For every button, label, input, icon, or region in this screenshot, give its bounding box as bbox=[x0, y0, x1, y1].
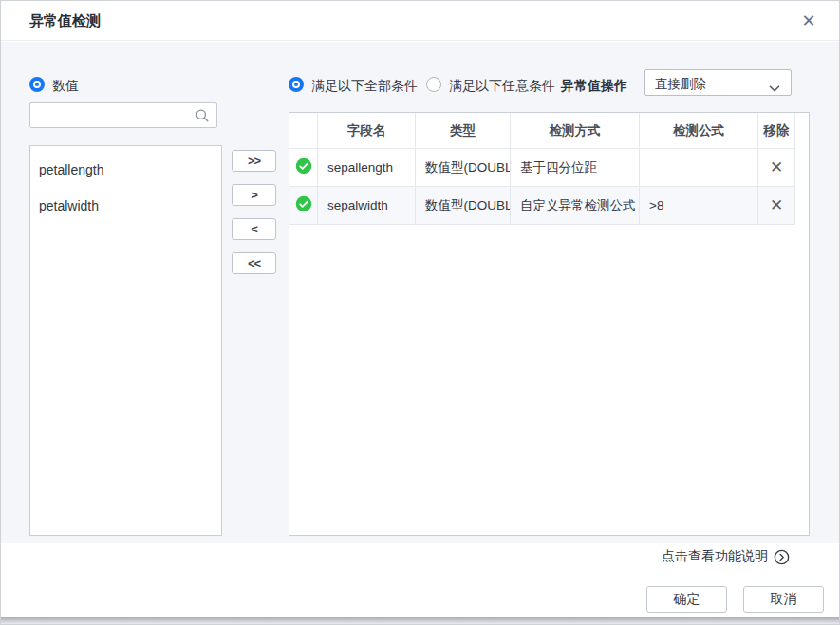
search-input[interactable] bbox=[30, 103, 216, 127]
header-detect-method: 检测方式 bbox=[511, 113, 640, 149]
remove-row-button[interactable]: ✕ bbox=[770, 197, 783, 213]
check-circle-icon bbox=[295, 195, 312, 215]
move-left-button[interactable]: < bbox=[232, 218, 276, 240]
header-remove: 移除 bbox=[758, 113, 795, 149]
table-row: sepallength 数值型(DOUBLE 基于四分位距 ✕ bbox=[289, 149, 795, 187]
numeric-radio[interactable] bbox=[29, 77, 45, 92]
cell-detect-method[interactable]: 自定义异常检测公式 bbox=[511, 187, 640, 225]
conditions-table-panel: 字段名 类型 检测方式 检测公式 移除 sepallength 数值型(DOUB… bbox=[289, 112, 810, 536]
search-icon bbox=[195, 108, 210, 127]
cell-detect-formula[interactable] bbox=[640, 149, 758, 187]
move-right-button[interactable]: > bbox=[232, 184, 276, 206]
close-button[interactable]: ✕ bbox=[797, 9, 820, 32]
dialog-bottom-edge bbox=[1, 617, 839, 624]
check-circle-icon bbox=[295, 157, 312, 177]
header-type: 类型 bbox=[416, 113, 511, 149]
cell-type: 数值型(DOUBLE bbox=[416, 187, 511, 225]
match-any-radio[interactable] bbox=[426, 77, 441, 92]
header-status bbox=[289, 113, 318, 149]
help-link[interactable]: 点击查看功能说明 bbox=[662, 548, 790, 565]
match-any-radio-label[interactable]: 满足以下任意条件 bbox=[449, 78, 555, 93]
numeric-radio-label[interactable]: 数值 bbox=[52, 78, 79, 93]
selected-operation: 直接删除 bbox=[655, 76, 706, 93]
table-row: sepalwidth 数值型(DOUBLE 自定义异常检测公式 >8 ✕ bbox=[289, 187, 795, 225]
cell-detect-formula[interactable]: >8 bbox=[640, 187, 758, 225]
table-header-row: 字段名 类型 检测方式 检测公式 移除 bbox=[289, 113, 795, 149]
remove-row-button[interactable]: ✕ bbox=[770, 159, 783, 175]
cell-field-name: sepalwidth bbox=[318, 187, 416, 225]
outlier-detection-dialog: 异常值检测 ✕ 数值 petallength petalwidth >> > <… bbox=[0, 0, 840, 625]
header-field-name: 字段名 bbox=[318, 113, 416, 149]
help-link-label: 点击查看功能说明 bbox=[662, 548, 768, 565]
chevron-down-icon bbox=[769, 80, 780, 97]
list-item-petallength[interactable]: petallength bbox=[30, 152, 221, 188]
circle-arrow-right-icon bbox=[774, 549, 790, 565]
outlier-operation-select[interactable]: 直接删除 bbox=[644, 69, 792, 96]
cancel-button[interactable]: 取消 bbox=[743, 586, 824, 613]
outlier-operation-label: 异常值操作 bbox=[561, 78, 627, 95]
match-all-radio[interactable] bbox=[289, 77, 304, 92]
cell-type: 数值型(DOUBLE bbox=[416, 149, 511, 187]
move-all-left-button[interactable]: << bbox=[232, 252, 276, 274]
dialog-header: 异常值检测 ✕ bbox=[1, 1, 839, 41]
available-fields-list: petallength petalwidth bbox=[29, 145, 222, 536]
dialog-title: 异常值检测 bbox=[29, 12, 101, 30]
cell-field-name: sepallength bbox=[318, 149, 416, 187]
list-item-petalwidth[interactable]: petalwidth bbox=[30, 188, 221, 224]
cell-detect-method[interactable]: 基于四分位距 bbox=[511, 149, 640, 187]
match-all-radio-label[interactable]: 满足以下全部条件 bbox=[311, 78, 418, 93]
ok-button[interactable]: 确定 bbox=[646, 586, 727, 613]
header-detect-formula: 检测公式 bbox=[640, 113, 758, 149]
field-search bbox=[29, 102, 217, 128]
close-icon: ✕ bbox=[801, 10, 815, 31]
move-all-right-button[interactable]: >> bbox=[232, 150, 276, 172]
